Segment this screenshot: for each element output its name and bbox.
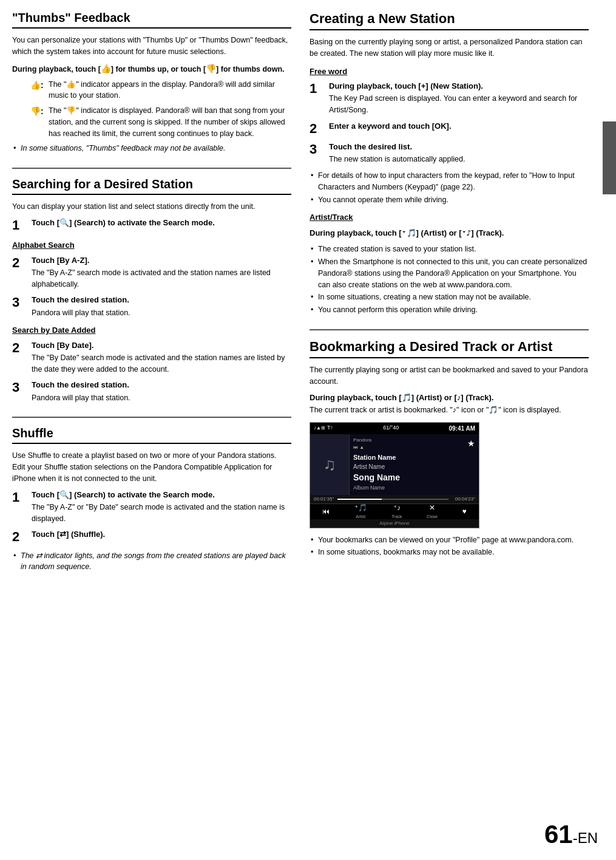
step-3b-title: Touch the desired station. [32, 380, 291, 391]
mock-album-name: Album Name [353, 484, 475, 493]
step-number-1: 1 [12, 217, 25, 233]
search-title: Searching for a Desired Station [12, 177, 291, 195]
mock-heart-btn[interactable]: ♥ [462, 506, 467, 517]
signal-icon: ♪▲⊞ [314, 425, 325, 432]
artist-note-2: When the Smartphone is not connected to … [310, 256, 589, 290]
left-column: "Thumbs" Feedback You can personalize yo… [12, 11, 291, 849]
mock-controls: ⏮ ⁺🎵 Artist ⁺♪ Track ✕ [310, 503, 479, 519]
step-3b-desc: Pandora will play that station. [32, 392, 291, 404]
shuffle-notes: The ⇄ indicator lights, and the songs fr… [12, 550, 291, 573]
search-body: You can display your station list and se… [12, 201, 291, 403]
shuffle-step-content-1: Touch [🔍] (Search) to activate the Searc… [32, 490, 291, 525]
mock-track-info: Pandora ⏮ ▲ ★ Station Name Artist Name S… [350, 434, 479, 495]
mock-track-btn[interactable]: ⁺♪ Track [391, 502, 402, 520]
mock-info-center: 61/°40 [383, 424, 399, 432]
creating-title: Creating a New Station [310, 11, 589, 30]
mock-track-ctrl-icon: ⁺♪ [393, 502, 401, 513]
mock-prev-btn[interactable]: ⏮ [322, 506, 330, 517]
step-number-3a: 3 [12, 295, 25, 310]
step-3a: 3 Touch the desired station. Pandora wil… [12, 295, 291, 318]
step-2a-title: Touch [By A-Z]. [32, 255, 291, 266]
thumbsdown-icon: 👎 [206, 64, 216, 73]
mock-artist-name: Artist Name [353, 462, 475, 471]
shuffle-step-1-desc: The "By A-Z" or "By Date" search mode is… [32, 502, 291, 525]
new-station-step-2: 2 Enter a keyword and touch [OK]. [310, 121, 589, 137]
mock-artist-btn[interactable]: ⁺🎵 Artist [354, 502, 367, 520]
bookmarking-instruction: During playback, touch [🎵] (Artist) or [… [310, 392, 589, 415]
creating-note-1: For details of how to input characters f… [310, 170, 589, 193]
mock-status-icons: ♪▲⊞ T↑ [314, 424, 333, 432]
mock-pandora-label: Pandora [353, 437, 371, 444]
bookmarking-body: The currently playing song or artist can… [310, 364, 589, 558]
new-station-step-content-1: During playback, touch [+] (New Station)… [329, 81, 589, 116]
step-3a-title: Touch the desired station. [32, 295, 291, 305]
new-station-step-num-3: 3 [310, 142, 323, 157]
bookmark-note-2: In some situations, bookmarks may not be… [310, 547, 589, 558]
thumbsup-desc: The "👍" indicator appears in the display… [49, 79, 291, 102]
shuffle-step-2-title: Touch [⇄] (Shuffle). [32, 529, 291, 540]
divider-1 [12, 168, 291, 169]
new-station-step-2-title: Enter a keyword and touch [OK]. [329, 121, 589, 132]
search-intro: You can display your station list and se… [12, 201, 291, 213]
step-content-3a: Touch the desired station. Pandora will … [32, 295, 291, 318]
shuffle-step-content-2: Touch [⇄] (Shuffle). [32, 529, 291, 540]
new-station-step-3-title: Touch the desired list. [329, 142, 589, 152]
step-number-2b: 2 [12, 340, 25, 356]
step-content-2b: Touch [By Date]. The "By Date" search mo… [32, 340, 291, 375]
thumbsup-row: 👍: The "👍" indicator appears in the disp… [30, 79, 291, 102]
shuffle-note: The ⇄ indicator lights, and the songs fr… [12, 550, 291, 573]
page-container: "Thumbs" Feedback You can personalize yo… [0, 0, 616, 860]
bookmark-track-icon: ♪ [457, 393, 461, 402]
new-station-step-num-1: 1 [310, 81, 323, 97]
mock-progress-line [337, 499, 448, 500]
creating-intro: Basing on the currently playing song or … [310, 36, 589, 60]
step-number-2a: 2 [12, 255, 25, 271]
mock-prev-icon: ⏮ [322, 506, 330, 517]
artist-track-notes: The created station is saved to your sta… [310, 244, 589, 316]
artist-note-1: The created station is saved to your sta… [310, 244, 589, 255]
icon-table: 👍: The "👍" indicator appears in the disp… [30, 79, 291, 140]
new-station-step-1: 1 During playback, touch [+] (New Statio… [310, 81, 589, 116]
right-column: Creating a New Station Basing on the cur… [310, 11, 589, 849]
thumbs-section: "Thumbs" Feedback You can personalize yo… [12, 11, 291, 154]
search-section: Searching for a Desired Station You can … [12, 177, 291, 403]
shuffle-step-2: 2 Touch [⇄] (Shuffle). [12, 529, 291, 545]
step-3a-desc: Pandora will play that station. [32, 307, 291, 319]
step-2b-title: Touch [By Date]. [32, 340, 291, 351]
new-station-step-1-title: During playback, touch [+] (New Station)… [329, 81, 589, 92]
thumbs-instruction: During playback, touch [👍] for thumbs up… [12, 63, 291, 75]
thumbsdown-sym: 👎: [30, 105, 42, 139]
page-number: 61-EN [544, 820, 598, 849]
artist-icon: ⁺🎵 [402, 228, 416, 237]
source-icon: T↑ [327, 424, 333, 432]
artist-track-header: Artist/Track [310, 211, 589, 224]
bookmark-note-1: Your bookmarks can be viewed on your "Pr… [310, 534, 589, 546]
step-2b: 2 Touch [By Date]. The "By Date" search … [12, 340, 291, 375]
section-tab-accent [603, 121, 616, 194]
mock-progress-fill [337, 499, 382, 500]
mock-body: ♫ Pandora ⏮ ▲ ★ Station [310, 434, 479, 495]
thumbs-note: In some situations, "Thumbs" feedback ma… [12, 143, 291, 154]
shuffle-step-num-1: 1 [12, 490, 25, 505]
mock-time-elapsed: 00:01'35" [314, 496, 335, 503]
mock-note-icon: ♫ [323, 452, 336, 477]
step-number-3b: 3 [12, 380, 25, 395]
artist-note-4: You cannot perform this operation while … [310, 304, 589, 316]
mock-station-name: Station Name [353, 452, 475, 463]
divider-3 [310, 329, 589, 330]
creating-body: Basing on the currently playing song or … [310, 36, 589, 316]
mock-star-icon: ★ [467, 437, 475, 450]
artist-track-instruction: During playback, touch [⁺🎵] (Artist) or … [310, 227, 589, 239]
creating-note-2: You cannot operate them while driving. [310, 194, 589, 206]
mock-song-name: Song Name [353, 471, 475, 484]
bookmarking-notes: Your bookmarks can be viewed on your "Pr… [310, 534, 589, 559]
new-station-step-content-3: Touch the desired list. The new station … [329, 142, 589, 165]
step-1-title: Touch [🔍] (Search) to activate the Searc… [32, 217, 291, 228]
thumbs-notes: In some situations, "Thumbs" feedback ma… [12, 143, 291, 154]
mock-close-btn[interactable]: ✕ Close [427, 502, 438, 520]
track-icon: ⁺♪ [462, 228, 472, 237]
mock-footer: Alpine iPhone [310, 519, 479, 528]
new-station-step-num-2: 2 [310, 121, 323, 137]
step-2b-desc: The "By Date" search mode is activated a… [32, 352, 291, 375]
thumbsdown-desc: The "👎" indicator is displayed. Pandora®… [49, 105, 291, 139]
